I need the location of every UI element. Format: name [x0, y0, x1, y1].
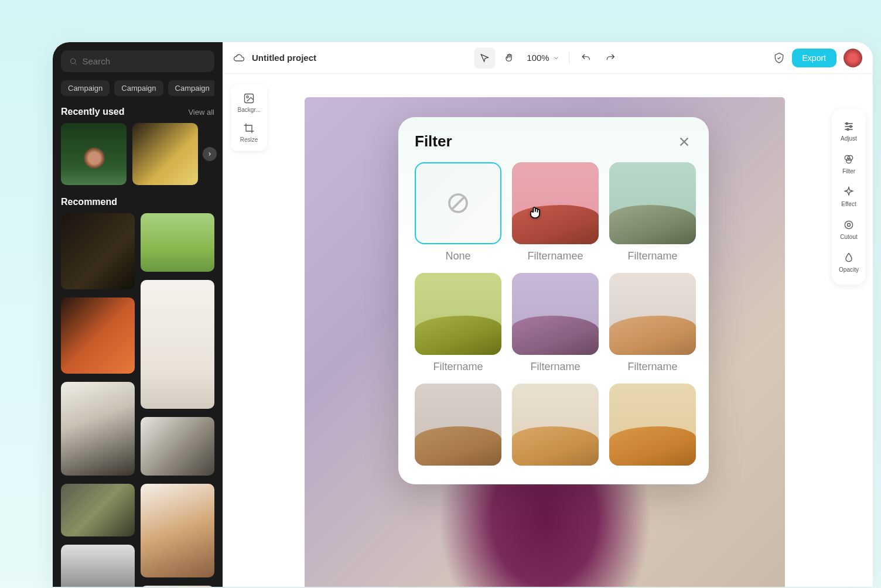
undo-icon [581, 53, 592, 63]
chevron-right-icon [207, 151, 213, 157]
sparkle-icon [843, 186, 855, 198]
svg-point-0 [70, 59, 75, 63]
filter-option[interactable] [512, 384, 599, 471]
hand-tool[interactable] [498, 47, 520, 69]
filter-label: None [445, 250, 470, 262]
filter-thumbnail [512, 384, 599, 466]
recently-used-row [61, 123, 214, 185]
filter-option[interactable] [609, 384, 696, 471]
asset-thumbnail[interactable] [141, 213, 214, 272]
view-all-link[interactable]: View all [188, 108, 214, 117]
chip-campaign[interactable]: Campaign [114, 80, 163, 96]
resize-label: Resize [240, 136, 258, 143]
asset-thumbnail[interactable] [61, 545, 135, 587]
scroll-right-button[interactable] [203, 147, 217, 161]
chip-campaign[interactable]: Campaign [61, 80, 110, 96]
select-tool[interactable] [474, 47, 495, 69]
export-button[interactable]: Export [792, 49, 836, 67]
filter-label: Filter [842, 168, 855, 175]
filter-option-none[interactable]: None [415, 162, 501, 262]
adjust-tool[interactable]: Adjust [833, 115, 865, 148]
recommend-grid [61, 213, 214, 587]
asset-thumbnail[interactable] [141, 586, 214, 587]
asset-thumbnail[interactable] [61, 382, 135, 476]
filter-option[interactable] [415, 384, 501, 471]
svg-point-13 [845, 221, 852, 228]
asset-thumbnail[interactable] [61, 484, 135, 536]
filter-thumbnail [609, 384, 696, 466]
redo-button[interactable] [600, 47, 622, 69]
filter-option[interactable]: Filternamee [512, 162, 599, 262]
effect-label: Effect [841, 201, 856, 207]
filter-label: Filtername [627, 250, 677, 262]
asset-thumbnail[interactable] [132, 123, 198, 185]
filter-label: Filternamee [527, 250, 583, 262]
cutout-tool[interactable]: Cutout [833, 213, 865, 246]
background-label: Backgr... [238, 107, 261, 113]
close-button[interactable] [676, 134, 692, 150]
category-chips: Campaign Campaign Campaign [61, 80, 214, 96]
filter-thumbnail [609, 162, 696, 244]
cloud-icon[interactable] [233, 52, 245, 64]
asset-thumbnail[interactable] [61, 298, 135, 374]
none-icon [446, 192, 470, 215]
asset-thumbnail[interactable] [141, 484, 214, 577]
recommend-heading: Recommend [61, 197, 117, 207]
shield-icon[interactable] [773, 52, 785, 64]
filter-thumbnail [415, 162, 501, 244]
filter-grid: None Filternamee Filtername Filtername F… [415, 162, 692, 471]
filter-label: Filtername [530, 361, 580, 373]
crop-icon [243, 122, 255, 134]
filter-label: Filtername [627, 361, 677, 373]
filter-thumbnail [512, 273, 599, 355]
svg-point-14 [848, 224, 851, 227]
search-field[interactable] [61, 50, 214, 72]
filter-option[interactable]: Filtername [415, 273, 501, 373]
filter-option[interactable]: Filtername [609, 162, 696, 262]
svg-point-11 [848, 155, 852, 160]
background-tool[interactable]: Backgr... [233, 89, 265, 117]
filter-icon [843, 153, 855, 165]
user-avatar[interactable] [844, 49, 862, 67]
redo-icon [606, 53, 616, 63]
undo-button[interactable] [576, 47, 597, 69]
asset-thumbnail[interactable] [61, 123, 127, 185]
filter-thumbnail [609, 273, 696, 355]
asset-thumbnail[interactable] [61, 213, 135, 289]
filter-modal-title: Filter [415, 132, 452, 151]
resize-tool[interactable]: Resize [233, 119, 265, 146]
filter-option[interactable]: Filtername [609, 273, 696, 373]
opacity-tool[interactable]: Opacity [833, 246, 865, 279]
filter-thumbnail [415, 384, 501, 466]
droplet-icon [843, 252, 855, 264]
search-input[interactable] [82, 56, 206, 66]
zoom-value: 100% [527, 53, 549, 63]
sliders-icon [843, 121, 855, 132]
assets-sidebar: Campaign Campaign Campaign Recently used… [53, 42, 223, 587]
cutout-label: Cutout [840, 234, 857, 240]
canvas-right-tools: Adjust Filter Effect Cutout Opacity [832, 109, 866, 285]
opacity-label: Opacity [839, 266, 859, 273]
effect-tool[interactable]: Effect [833, 180, 865, 213]
svg-line-1 [75, 63, 77, 64]
filter-thumbnail [512, 162, 599, 244]
filter-modal: Filter None Filternamee Filtername Filte… [398, 117, 709, 484]
cutout-icon [843, 219, 855, 231]
asset-thumbnail[interactable] [141, 417, 214, 476]
svg-point-3 [247, 96, 248, 98]
asset-thumbnail[interactable] [141, 280, 214, 409]
zoom-dropdown[interactable]: 100% [523, 53, 563, 63]
project-title[interactable]: Untitled project [252, 53, 316, 63]
hand-icon [504, 53, 514, 63]
filter-option[interactable]: Filtername [512, 273, 599, 373]
svg-line-18 [451, 196, 465, 210]
svg-point-12 [846, 158, 851, 163]
filter-label: Filtername [433, 361, 483, 373]
image-icon [243, 93, 255, 104]
adjust-label: Adjust [841, 135, 857, 142]
filter-tool[interactable]: Filter [833, 148, 865, 180]
search-icon [69, 57, 77, 66]
close-icon [678, 135, 691, 148]
cursor-icon [479, 53, 490, 63]
chip-campaign[interactable]: Campaign [168, 80, 214, 96]
